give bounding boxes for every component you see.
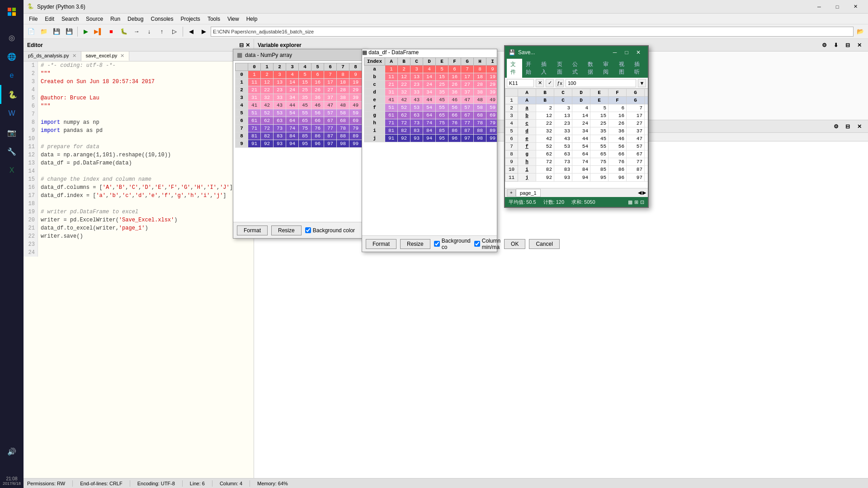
excel-header-cell[interactable]: H bbox=[645, 97, 648, 104]
numpy-cell[interactable]: 63 bbox=[274, 117, 286, 125]
tb-back[interactable]: ◀ bbox=[185, 26, 197, 38]
numpy-cell[interactable]: 59 bbox=[349, 109, 362, 117]
df-cell[interactable]: 49 bbox=[486, 96, 497, 104]
numpy-cell[interactable]: 31 bbox=[248, 94, 261, 102]
df-cell[interactable]: 37 bbox=[461, 89, 474, 96]
excel-header-cell[interactable]: D bbox=[572, 97, 590, 104]
numpy-cell[interactable]: 94 bbox=[286, 140, 299, 148]
numpy-cell[interactable]: 1 bbox=[248, 71, 261, 79]
numpy-cell[interactable]: 29 bbox=[349, 86, 362, 94]
numpy-cell[interactable]: 89 bbox=[349, 132, 362, 140]
excel-header-cell[interactable]: A bbox=[518, 97, 536, 104]
excel-close[interactable]: ✕ bbox=[632, 47, 644, 58]
excel-data-cell[interactable]: 2 bbox=[536, 104, 554, 112]
df-cell[interactable]: 95 bbox=[436, 135, 448, 142]
console-undock[interactable]: ⊟ bbox=[843, 122, 853, 131]
numpy-cell[interactable]: 96 bbox=[311, 140, 324, 148]
df-cell[interactable]: 85 bbox=[436, 127, 448, 135]
excel-data-cell[interactable]: 42 bbox=[536, 135, 554, 143]
df-cell[interactable]: 9 bbox=[486, 66, 497, 73]
df-cell[interactable]: 23 bbox=[410, 81, 423, 89]
editor-close[interactable]: ✕ bbox=[245, 42, 250, 48]
excel-data-cell[interactable]: 75 bbox=[590, 158, 609, 166]
df-cell[interactable]: 2 bbox=[398, 66, 410, 73]
df-cell[interactable]: 61 bbox=[385, 112, 398, 119]
excel-header-cell[interactable]: E bbox=[590, 97, 609, 104]
numpy-cell[interactable]: 44 bbox=[286, 102, 299, 109]
excel-data-cell[interactable]: 43 bbox=[554, 135, 572, 143]
excel-tab-review[interactable]: 审阅 bbox=[599, 59, 615, 78]
excel-maximize[interactable]: □ bbox=[621, 47, 632, 58]
df-cell[interactable]: 52 bbox=[398, 104, 410, 112]
numpy-cell[interactable]: 32 bbox=[261, 94, 274, 102]
excel-header-cell[interactable]: C bbox=[554, 97, 572, 104]
numpy-cell[interactable]: 47 bbox=[324, 102, 337, 109]
numpy-cell[interactable]: 25 bbox=[299, 86, 311, 94]
numpy-cell[interactable]: 8 bbox=[337, 71, 349, 79]
df-cell[interactable]: 83 bbox=[410, 127, 423, 135]
excel-data-cell[interactable]: 47 bbox=[627, 135, 645, 143]
excel-data-cell[interactable]: 97 bbox=[627, 174, 645, 182]
tb-step-in[interactable]: ↓ bbox=[143, 26, 155, 38]
numpy-cell[interactable]: 93 bbox=[274, 140, 286, 148]
df-cell[interactable]: 1 bbox=[385, 66, 398, 73]
numpy-cell[interactable]: 66 bbox=[311, 117, 324, 125]
windows-button[interactable] bbox=[0, 0, 24, 23]
excel-tab-addins[interactable]: 插听 bbox=[631, 59, 646, 78]
numpy-cell[interactable]: 21 bbox=[248, 86, 261, 94]
nav-settings[interactable]: 🔧 bbox=[0, 142, 24, 161]
menu-view[interactable]: View bbox=[224, 15, 243, 23]
excel-data-cell[interactable]: 58 bbox=[645, 143, 648, 150]
excel-data-cell[interactable]: 52 bbox=[536, 143, 554, 150]
tb-new[interactable]: 📄 bbox=[25, 26, 37, 38]
numpy-cell[interactable]: 84 bbox=[286, 132, 299, 140]
sheet-scroll-right[interactable]: ▶ bbox=[642, 190, 646, 196]
numpy-cell[interactable]: 4 bbox=[286, 71, 299, 79]
numpy-cell[interactable]: 64 bbox=[286, 117, 299, 125]
df-cell[interactable]: 21 bbox=[385, 81, 398, 89]
numpy-cell[interactable]: 99 bbox=[349, 140, 362, 148]
excel-data-cell[interactable]: 8 bbox=[645, 104, 648, 112]
numpy-cell[interactable]: 49 bbox=[349, 102, 362, 109]
excel-data-cell[interactable]: 24 bbox=[572, 120, 590, 127]
maximize-button[interactable]: □ bbox=[828, 0, 846, 14]
excel-data-cell[interactable]: 93 bbox=[554, 174, 572, 182]
df-cell[interactable]: 48 bbox=[474, 96, 486, 104]
df-cell[interactable]: 84 bbox=[423, 127, 436, 135]
df-cell[interactable]: 94 bbox=[423, 135, 436, 142]
excel-data-cell[interactable]: i bbox=[518, 166, 536, 174]
nav-browser[interactable]: 🌐 bbox=[0, 47, 24, 66]
excel-data-cell[interactable]: j bbox=[518, 174, 536, 182]
close-button[interactable]: ✕ bbox=[846, 0, 864, 14]
excel-data-cell[interactable]: 37 bbox=[627, 127, 645, 135]
var-explorer-import[interactable]: ⬇ bbox=[831, 40, 841, 50]
excel-data-cell[interactable]: 27 bbox=[627, 120, 645, 127]
numpy-cell[interactable]: 41 bbox=[248, 102, 261, 109]
numpy-cell[interactable]: 54 bbox=[286, 109, 299, 117]
numpy-cell[interactable]: 46 bbox=[311, 102, 324, 109]
df-cell[interactable]: 64 bbox=[423, 112, 436, 119]
tb-open[interactable]: 📁 bbox=[38, 26, 50, 38]
df-cell[interactable]: 7 bbox=[461, 66, 474, 73]
tb-run[interactable]: ▶ bbox=[80, 26, 92, 38]
excel-data-cell[interactable]: 44 bbox=[572, 135, 590, 143]
excel-data-cell[interactable]: 33 bbox=[554, 127, 572, 135]
df-cell[interactable]: 33 bbox=[410, 89, 423, 96]
df-cell[interactable]: 56 bbox=[448, 104, 461, 112]
sheet-scroll-left[interactable]: ◀ bbox=[638, 190, 642, 196]
tab-p5-close[interactable]: ✕ bbox=[72, 53, 76, 58]
numpy-cell[interactable]: 71 bbox=[248, 125, 261, 132]
excel-data-cell[interactable]: 14 bbox=[572, 112, 590, 120]
df-cell[interactable]: 4 bbox=[423, 66, 436, 73]
df-cell[interactable]: 73 bbox=[410, 119, 423, 127]
df-cell[interactable]: 74 bbox=[423, 119, 436, 127]
numpy-cell[interactable]: 37 bbox=[324, 94, 337, 102]
numpy-cell[interactable]: 82 bbox=[261, 132, 274, 140]
numpy-cell[interactable]: 51 bbox=[248, 109, 261, 117]
numpy-table-scroll[interactable]: 0123456789012345678910111121314151617181… bbox=[233, 61, 366, 222]
numpy-cell[interactable]: 67 bbox=[324, 117, 337, 125]
excel-tab-page[interactable]: 页面 bbox=[553, 59, 569, 78]
nav-edge[interactable]: e bbox=[0, 66, 24, 85]
numpy-cell[interactable]: 35 bbox=[299, 94, 311, 102]
numpy-cell[interactable]: 56 bbox=[311, 109, 324, 117]
